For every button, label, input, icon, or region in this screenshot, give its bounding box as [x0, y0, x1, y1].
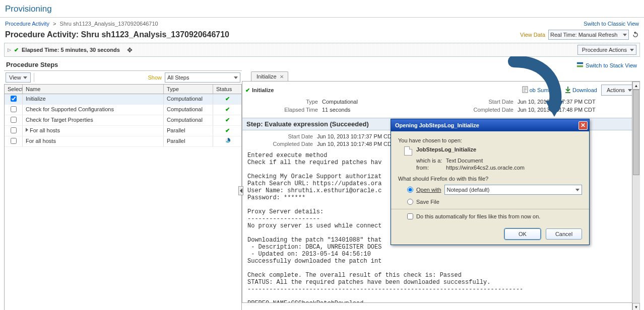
dropdown-icon [575, 189, 579, 191]
status-check-icon: ✔ [225, 96, 230, 102]
meta-type: Computational [322, 99, 439, 105]
row-select-checkbox[interactable] [11, 127, 17, 133]
meta-elapsed: 11 seconds [322, 107, 439, 113]
file-open-dialog: Opening JobStepsLog_Initialize ✕ You hav… [391, 119, 590, 245]
table-row[interactable]: For all hosts Parallel [5, 136, 241, 147]
file-icon [404, 146, 412, 156]
download-icon [565, 86, 571, 94]
job-summary-link[interactable]: ob Summary [522, 86, 561, 94]
dropdown-icon [623, 34, 627, 36]
table-row[interactable]: Initialize Computational ✔ [5, 94, 241, 105]
view-data-select[interactable]: Real Time: Manual Refresh [548, 30, 629, 40]
dialog-close-button[interactable]: ✕ [578, 121, 588, 130]
procedure-title: Procedure Activity: Shru sh1123_Analysis… [5, 30, 229, 39]
cancel-button[interactable]: Cancel [546, 228, 582, 240]
open-with-select[interactable]: Notepad (default) [444, 185, 582, 195]
meta-start: Jun 10, 2013 10:17:37 PM CDT [518, 99, 634, 105]
status-check-icon: ✔ [225, 117, 230, 123]
dialog-prompt-1: You have chosen to open: [398, 137, 582, 143]
dialog-filename: JobStepsLog_Initialize [416, 146, 476, 152]
open-with-radio[interactable] [407, 187, 413, 193]
row-select-checkbox[interactable] [11, 138, 17, 144]
actions-menu[interactable]: Actions [601, 85, 634, 96]
ok-button[interactable]: OK [504, 228, 541, 240]
close-tab-icon[interactable]: ✕ [280, 74, 284, 80]
dialog-title: Opening JobStepsLog_Initialize [395, 122, 479, 128]
col-name: Name [23, 85, 164, 94]
table-row[interactable]: Check for Supported Configurations Compu… [5, 105, 241, 115]
view-menu[interactable]: View [6, 72, 31, 83]
expand-icon[interactable]: ▷ [8, 47, 11, 52]
dropdown-icon [628, 89, 632, 92]
file-from-value: https://winx64cs2.us.oracle.com [446, 165, 525, 171]
panel-splitter[interactable] [238, 186, 243, 195]
move-cursor-icon: ✥ [127, 46, 133, 54]
steps-table: Select Name Type Status Initialize Compu… [4, 84, 242, 310]
tab-initialize[interactable]: Initialize ✕ [251, 71, 288, 81]
detail-title: Initialize [252, 87, 274, 93]
table-row[interactable]: For all hosts Parallel ✔ [5, 126, 241, 136]
row-select-checkbox[interactable] [11, 117, 17, 123]
svg-rect-3 [565, 92, 570, 93]
save-file-radio[interactable] [407, 199, 413, 205]
page-title: Provisioning [0, 0, 644, 18]
status-check-icon: ✔ [245, 87, 250, 94]
status-check-icon: ✔ [225, 106, 230, 112]
download-link[interactable]: Download [565, 86, 597, 94]
expand-row-icon[interactable] [26, 128, 28, 132]
col-type: Type [164, 85, 213, 94]
procedure-actions-menu[interactable]: Procedure Actions [577, 45, 636, 55]
elapsed-time-text: Elapsed Time: 5 minutes, 30 seconds [22, 47, 120, 53]
auto-checkbox[interactable] [407, 213, 413, 219]
meta-completed: Jun 10, 2013 10:17:48 PM CDT [518, 107, 634, 113]
switch-classic-link[interactable]: Switch to Classic View [584, 21, 639, 27]
breadcrumb-current: Shru sh1123_Analysis_1370920646710 [60, 21, 158, 27]
dialog-prompt-2: What should Firefox do with this file? [398, 176, 582, 182]
svg-rect-0 [577, 62, 583, 64]
show-label: Show [148, 74, 162, 81]
view-data-value: Real Time: Manual Refresh [550, 32, 617, 38]
table-row[interactable]: Check for Target Properties Computationa… [5, 115, 241, 126]
file-type-value: Text Document [446, 158, 483, 164]
row-select-checkbox[interactable] [11, 106, 17, 112]
procedure-steps-heading: Procedure Steps [0, 57, 64, 70]
status-check-icon: ✔ [14, 47, 19, 53]
row-select-checkbox[interactable] [11, 96, 17, 102]
switch-stack-link[interactable]: Switch to Stack View [576, 61, 637, 69]
dropdown-icon [630, 49, 634, 51]
scroll-down-button[interactable]: ▼ [632, 303, 640, 310]
col-status: Status [213, 85, 242, 94]
view-data-label: View Data [520, 32, 545, 38]
show-filter-select[interactable]: All Steps [165, 72, 240, 83]
svg-rect-1 [577, 65, 583, 67]
scrollbar[interactable]: ▲ ▼ [632, 82, 640, 310]
refresh-icon[interactable] [632, 31, 639, 39]
status-check-icon: ✔ [225, 127, 230, 133]
status-running-icon [225, 138, 230, 143]
dropdown-icon [234, 76, 238, 79]
scroll-up-button[interactable]: ▲ [632, 82, 640, 90]
breadcrumb: Procedure Activity > Shru sh1123_Analysi… [5, 21, 158, 27]
dropdown-icon [23, 76, 27, 79]
col-select: Select [5, 85, 23, 94]
scroll-thumb[interactable] [633, 90, 639, 175]
stack-icon [576, 61, 584, 69]
document-icon [522, 86, 528, 94]
breadcrumb-root-link[interactable]: Procedure Activity [5, 21, 49, 27]
